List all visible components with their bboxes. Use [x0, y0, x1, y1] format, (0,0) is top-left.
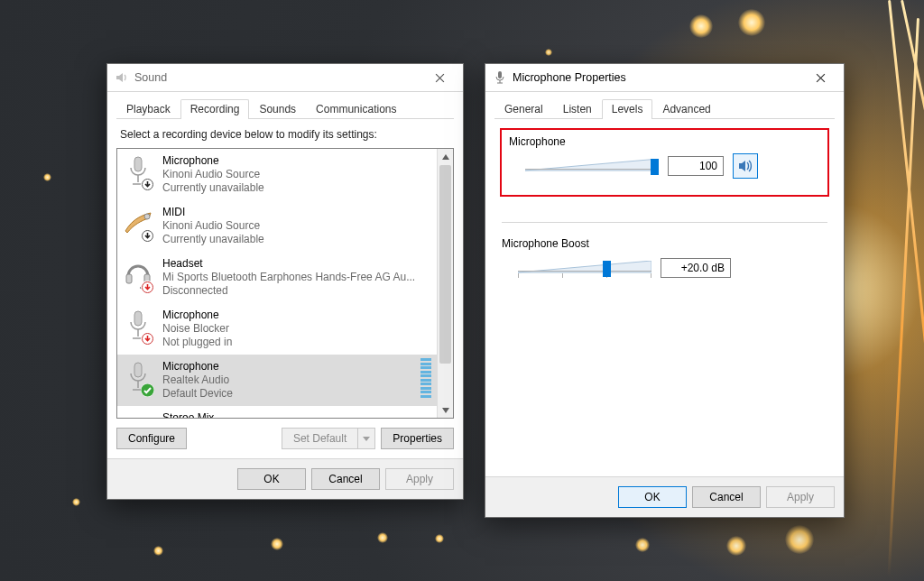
- device-name: Stereo Mix: [162, 411, 229, 418]
- divider: [502, 222, 827, 223]
- boost-slider[interactable]: [518, 255, 651, 281]
- device-line2: Kinoni Audio Source: [162, 219, 264, 233]
- device-name: Microphone: [162, 360, 233, 374]
- set-default-button[interactable]: Set Default: [282, 428, 357, 449]
- cancel-button[interactable]: Cancel: [311, 468, 380, 490]
- set-default-dropdown[interactable]: [357, 428, 375, 449]
- sound-title: Sound: [134, 71, 167, 84]
- close-icon[interactable]: [421, 65, 457, 90]
- props-tabstrip: GeneralListenLevelsAdvanced: [494, 97, 835, 119]
- tab-levels[interactable]: Levels: [602, 99, 653, 119]
- device-name: Microphone: [162, 309, 232, 322]
- device-line3: Currently unavailable: [162, 233, 264, 246]
- svg-rect-0: [134, 157, 142, 171]
- highlight-box: Microphone 100: [500, 128, 829, 197]
- scroll-thumb[interactable]: [439, 165, 451, 364]
- tab-recording[interactable]: Recording: [180, 99, 250, 119]
- mic-icon: [123, 152, 153, 190]
- sound-tabstrip: PlaybackRecordingSoundsCommunications: [116, 97, 454, 119]
- apply-button[interactable]: Apply: [385, 468, 454, 490]
- device-line2: Realtek Audio: [162, 374, 233, 387]
- scrollbar[interactable]: [437, 149, 453, 418]
- boost-value[interactable]: +20.0 dB: [661, 258, 731, 278]
- tab-sounds[interactable]: Sounds: [249, 99, 306, 119]
- tab-listen[interactable]: Listen: [553, 99, 602, 119]
- svg-rect-4: [126, 274, 132, 283]
- midi-icon: [123, 204, 153, 242]
- sound-dialog: Sound PlaybackRecordingSoundsCommunicati…: [106, 63, 464, 500]
- device-line2: Noise Blocker: [162, 322, 232, 336]
- instruction-text: Select a recording device below to modif…: [120, 128, 450, 141]
- mic-icon: [123, 358, 153, 396]
- device-line3: Not plugged in: [162, 336, 232, 349]
- device-item[interactable]: MicrophoneNoise BlockerNot plugged in: [117, 303, 437, 355]
- device-line3: Default Device: [162, 387, 233, 401]
- speaker-icon: [115, 70, 129, 85]
- mic-icon: [123, 307, 153, 345]
- sound-titlebar[interactable]: Sound: [107, 64, 463, 92]
- configure-button[interactable]: Configure: [116, 428, 187, 449]
- tab-playback[interactable]: Playback: [116, 99, 180, 119]
- device-name: MIDI: [162, 206, 264, 219]
- mic-level-value[interactable]: 100: [668, 156, 724, 176]
- status-badge: [141, 229, 154, 243]
- tab-advanced[interactable]: Advanced: [652, 99, 720, 119]
- scroll-down-icon[interactable]: [438, 402, 453, 418]
- status-badge: [141, 383, 154, 397]
- ok-button[interactable]: OK: [237, 468, 306, 490]
- tab-general[interactable]: General: [494, 99, 553, 119]
- mic-level-slider[interactable]: [525, 153, 659, 179]
- status-badge: [141, 332, 154, 346]
- svg-point-2: [144, 214, 150, 219]
- device-item[interactable]: MicrophoneKinoni Audio SourceCurrently u…: [117, 149, 437, 200]
- status-badge: [141, 178, 154, 191]
- device-item[interactable]: MicrophoneRealtek AudioDefault Device: [117, 355, 437, 406]
- apply-button[interactable]: Apply: [766, 486, 835, 508]
- headset-icon: [123, 255, 153, 293]
- device-item[interactable]: HeadsetMi Sports Bluetooth Earphones Han…: [117, 252, 437, 303]
- mic-level-label: Microphone: [509, 135, 820, 148]
- microphone-icon: [493, 70, 507, 85]
- ok-button[interactable]: OK: [618, 486, 687, 508]
- props-titlebar[interactable]: Microphone Properties: [485, 64, 844, 92]
- svg-rect-9: [134, 363, 142, 377]
- svg-rect-17: [498, 71, 502, 78]
- device-list: MicrophoneKinoni Audio SourceCurrently u…: [116, 148, 454, 419]
- vu-meter: [420, 358, 431, 398]
- mute-toggle[interactable]: [733, 153, 758, 179]
- status-badge: [141, 281, 154, 294]
- device-name: Microphone: [162, 154, 264, 168]
- props-title: Microphone Properties: [513, 71, 626, 84]
- svg-rect-7: [134, 311, 142, 326]
- close-icon[interactable]: [802, 65, 838, 90]
- cancel-button[interactable]: Cancel: [692, 486, 761, 508]
- device-line3: Currently unavailable: [162, 181, 264, 195]
- device-item[interactable]: Stereo MixRealtek Audio: [117, 406, 437, 418]
- device-line3: Disconnected: [162, 284, 415, 298]
- mic-properties-dialog: Microphone Properties GeneralListenLevel…: [485, 63, 845, 518]
- sound-footer: OK Cancel Apply: [107, 458, 463, 499]
- device-item[interactable]: MIDIKinoni Audio SourceCurrently unavail…: [117, 200, 437, 252]
- tab-communications[interactable]: Communications: [306, 99, 406, 119]
- props-footer: OK Cancel Apply: [485, 476, 844, 517]
- chip-icon: [123, 410, 153, 418]
- boost-label: Microphone Boost: [502, 237, 827, 250]
- device-line2: Kinoni Audio Source: [162, 168, 264, 181]
- scroll-up-icon[interactable]: [438, 149, 453, 164]
- device-line2: Mi Sports Bluetooth Earphones Hands-Free…: [162, 271, 415, 284]
- properties-button[interactable]: Properties: [381, 428, 454, 449]
- device-name: Headset: [162, 257, 415, 271]
